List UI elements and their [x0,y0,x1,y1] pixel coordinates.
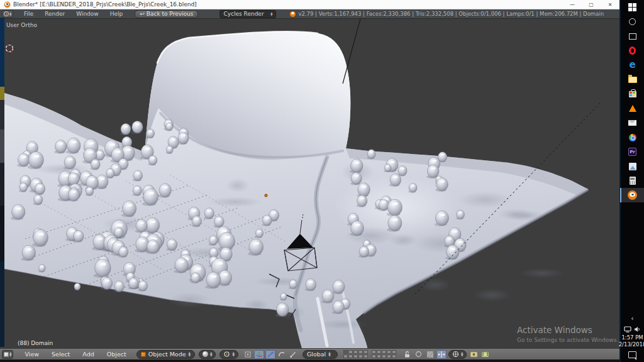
layer-cell[interactable] [387,354,391,358]
layer-cell[interactable] [387,350,391,354]
manipulator-translate-button[interactable] [254,350,264,359]
layer-cell[interactable] [343,354,348,358]
layer-cell[interactable] [353,354,358,358]
layer-grid-2[interactable] [372,350,396,358]
back-button-label: Back to Previous [147,11,194,17]
editor-type-dropdown[interactable]: ▲▼ [2,350,13,359]
menu-select[interactable]: Select [45,351,76,358]
blender-taskbar-button[interactable] [620,188,644,202]
snap-mode-dropdown[interactable]: ▲▼ [448,350,467,359]
system-tray[interactable] [624,324,641,334]
layer-cell[interactable] [364,350,368,354]
render-engine-dropdown[interactable]: Cycles Render ▲▼ [219,10,276,18]
menu-help[interactable]: Help [104,11,129,17]
render-opengl-button[interactable] [469,350,479,359]
proportional-circle-icon [415,351,422,358]
shading-sphere-icon [203,351,208,357]
vlc-icon [629,105,636,112]
menu-add[interactable]: Add [76,351,100,358]
edge-taskbar-button[interactable]: e [620,58,644,72]
layer-cell[interactable] [358,354,363,358]
taskbar-clock[interactable]: 1:57 PM 2/13/2018 [619,334,644,348]
menu-file[interactable]: File [18,11,39,17]
hatched-square-icon [426,351,434,358]
premiere-icon: Pr [628,148,636,156]
layer-cell[interactable] [364,354,368,358]
proportional-edit-button[interactable] [414,350,424,359]
start-button[interactable] [620,0,644,14]
menu-view[interactable]: View [18,351,45,358]
layer-cell[interactable] [392,350,396,354]
render-opengl-anim-button[interactable] [480,350,490,359]
calculator-taskbar-button[interactable] [620,173,644,188]
pivot-point-dropdown[interactable]: ▲▼ [219,350,238,359]
object-mode-icon [141,352,146,357]
maximize-button[interactable]: ▢ [582,0,601,9]
manipulator-arrow-button[interactable] [265,350,275,359]
blender-window: Blender* [E:\BLENDER_2018_Prjs\Creek\Ble… [0,0,619,362]
parent-relation-line [343,19,360,84]
chevron-updown-icon: ▲▼ [210,352,212,356]
opera-icon [629,47,636,55]
menu-render[interactable]: Render [39,11,70,17]
snap-toggle-button[interactable] [436,350,447,359]
layer-cell[interactable] [372,350,376,354]
minimize-button[interactable]: — [563,0,582,9]
layer-cell[interactable] [348,350,353,354]
clock-date: 2/13/2018 [619,341,644,348]
manipulator-rotate-button[interactable] [277,350,287,359]
photos-taskbar-button[interactable] [620,159,644,173]
layer-cell[interactable] [382,350,386,354]
render-still-icon [470,351,478,358]
interaction-mode-dropdown[interactable]: Object Mode ▲▼ [136,350,195,359]
layer-grid-1[interactable] [343,350,368,358]
mail-taskbar-button[interactable] [620,116,644,130]
back-to-previous-button[interactable]: ↩ Back to Previous [135,10,198,18]
layer-cell[interactable] [382,354,386,358]
layer-cell[interactable] [343,350,348,354]
lock-to-scene-button[interactable] [402,350,413,359]
manipulator-scale-button[interactable] [288,350,298,359]
viewport-shading-dropdown[interactable]: ▲▼ [199,350,216,359]
lock-icon [404,351,411,358]
task-view-button[interactable] [620,29,644,43]
layer-cell[interactable] [392,354,396,358]
file-explorer-button[interactable] [620,72,644,87]
snap-element-button[interactable] [425,350,435,359]
menu-window[interactable]: Window [70,11,104,17]
layer-cell[interactable] [372,354,376,358]
vlc-taskbar-button[interactable] [620,101,644,116]
opera-taskbar-button[interactable] [620,43,644,58]
cortana-search-button[interactable] [620,14,644,29]
close-button[interactable]: ✕ [601,0,619,9]
transform-orientation-dropdown[interactable]: Global ▲▼ [303,350,338,359]
premiere-taskbar-button[interactable]: Pr [620,145,644,159]
action-center-button[interactable] [628,351,636,358]
viewport-header: ▲▼ View Select Add Object Object Mode ▲▼… [0,348,619,359]
info-header: i ▲▼ File Render Window Help ↩ Back to P… [0,9,619,19]
hidden-icons-chevron[interactable]: ‹ [631,314,633,324]
layer-cell[interactable] [377,354,381,358]
menu-object[interactable]: Object [101,351,133,358]
task-view-icon [629,33,636,40]
manipulator-center-button[interactable] [243,350,253,359]
snap-sphere-icon [452,351,459,358]
chrome-icon [629,134,636,141]
layer-cell[interactable] [353,350,358,354]
store-taskbar-button[interactable] [620,87,644,101]
title-bar[interactable]: Blender* [E:\BLENDER_2018_Prjs\Creek\Ble… [0,0,619,9]
layer-cell[interactable] [348,354,353,358]
window-title: Blender* [E:\BLENDER_2018_Prjs\Creek\Ble… [13,1,197,8]
editor-type-dropdown[interactable]: i ▲▼ [2,10,13,18]
view-perspective-label: User Ortho [6,22,37,28]
chrome-taskbar-button[interactable] [620,130,644,145]
layer-cell[interactable] [377,350,381,354]
clock-time: 1:57 PM [619,334,644,341]
3d-viewport[interactable]: User Ortho (88) Domain Activate Windows … [0,19,619,348]
chevron-updown-icon: ▲▼ [461,352,463,356]
network-icon [624,326,631,332]
chevron-updown-icon: ▲▼ [189,352,191,356]
edge-icon: e [629,60,635,70]
desktop: Blender* [E:\BLENDER_2018_Prjs\Creek\Ble… [0,0,644,362]
layer-cell[interactable] [358,350,363,354]
